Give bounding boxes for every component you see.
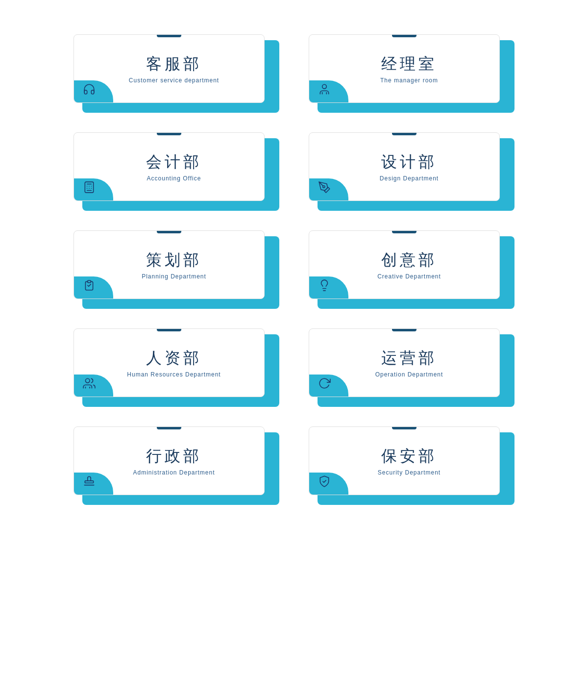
svg-rect-3 [85, 182, 93, 193]
card-inner-administration: 行政部 Administration Department [74, 426, 265, 495]
card-title-cn-customer-service: 客服部 [84, 53, 264, 75]
card-inner-security: 保安部 Security Department [309, 426, 500, 495]
card-title-cn-planning: 策划部 [84, 250, 264, 271]
card-text-area-human-resources: 人资部 Human Resources Department [84, 348, 264, 378]
dept-card-administration: 行政部 Administration Department [74, 426, 279, 505]
card-title-en-manager-room: The manager room [319, 77, 499, 84]
card-title-cn-creative: 创意部 [319, 250, 499, 271]
lightbulb-icon [318, 279, 331, 294]
dept-card-creative: 创意部 Creative Department [309, 230, 514, 309]
card-text-area-planning: 策划部 Planning Department [84, 250, 264, 280]
svg-point-16 [85, 378, 90, 383]
shield-icon [318, 475, 331, 490]
card-inner-planning: 策划部 Planning Department [74, 230, 265, 299]
stamp-icon [83, 475, 96, 490]
person-icon [318, 83, 331, 98]
card-inner-design: 设计部 Design Department [309, 132, 500, 201]
card-title-en-security: Security Department [319, 469, 499, 476]
card-inner-accounting: 会计部 Accounting Office [74, 132, 265, 201]
headset-icon [83, 83, 96, 98]
card-title-en-creative: Creative Department [319, 273, 499, 280]
people-icon [83, 377, 96, 392]
card-text-area-administration: 行政部 Administration Department [84, 446, 264, 476]
card-title-en-human-resources: Human Resources Department [84, 371, 264, 378]
card-text-area-customer-service: 客服部 Customer service department [84, 53, 264, 84]
dept-card-planning: 策划部 Planning Department [74, 230, 279, 309]
card-inner-operation: 运营部 Operation Department [309, 328, 500, 397]
card-text-area-manager-room: 经理室 The manager room [319, 53, 499, 84]
dept-card-manager-room: 经理室 The manager room [309, 34, 514, 113]
card-title-en-design: Design Department [319, 175, 499, 182]
card-title-cn-operation: 运营部 [319, 348, 499, 369]
card-inner-creative: 创意部 Creative Department [309, 230, 500, 299]
card-title-en-operation: Operation Department [319, 371, 499, 378]
card-text-area-accounting: 会计部 Accounting Office [84, 151, 264, 182]
card-text-area-creative: 创意部 Creative Department [319, 250, 499, 280]
pen-icon [318, 181, 331, 196]
card-text-area-security: 保安部 Security Department [319, 446, 499, 476]
card-title-cn-administration: 行政部 [84, 446, 264, 467]
clipboard-icon [83, 279, 96, 294]
dept-card-human-resources: 人资部 Human Resources Department [74, 328, 279, 407]
dept-card-customer-service: 客服部 Customer service department [74, 34, 279, 113]
card-title-cn-manager-room: 经理室 [319, 53, 499, 75]
page-container: 客服部 Customer service department 经理室 The … [10, 20, 578, 700]
card-text-area-operation: 运营部 Operation Department [319, 348, 499, 378]
svg-rect-13 [88, 280, 91, 282]
svg-point-0 [322, 84, 327, 89]
refresh-icon [318, 377, 331, 392]
calculator-icon [83, 181, 96, 196]
card-title-cn-accounting: 会计部 [84, 151, 264, 173]
card-title-en-customer-service: Customer service department [84, 77, 264, 84]
card-title-en-accounting: Accounting Office [84, 175, 264, 182]
dept-card-accounting: 会计部 Accounting Office [74, 132, 279, 211]
card-text-area-design: 设计部 Design Department [319, 151, 499, 182]
dept-card-security: 保安部 Security Department [309, 426, 514, 505]
card-inner-manager-room: 经理室 The manager room [309, 34, 500, 103]
card-title-cn-security: 保安部 [319, 446, 499, 467]
svg-point-12 [323, 186, 325, 188]
card-inner-human-resources: 人资部 Human Resources Department [74, 328, 265, 397]
card-title-en-planning: Planning Department [84, 273, 264, 280]
dept-card-operation: 运营部 Operation Department [309, 328, 514, 407]
dept-card-design: 设计部 Design Department [309, 132, 514, 211]
card-title-cn-human-resources: 人资部 [84, 348, 264, 369]
cards-grid: 客服部 Customer service department 经理室 The … [74, 34, 514, 505]
card-title-en-administration: Administration Department [84, 469, 264, 476]
card-title-cn-design: 设计部 [319, 151, 499, 173]
card-inner-customer-service: 客服部 Customer service department [74, 34, 265, 103]
